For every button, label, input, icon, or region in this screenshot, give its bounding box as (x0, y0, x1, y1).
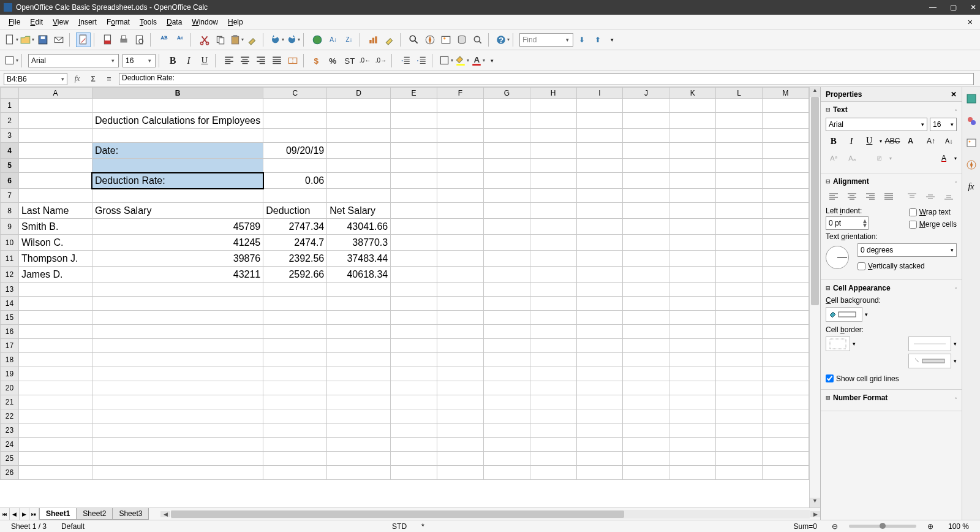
close-button[interactable]: ✕ (970, 3, 976, 12)
column-header-F[interactable]: F (437, 88, 484, 99)
cell-I21[interactable] (576, 395, 623, 409)
cell-E5[interactable] (391, 159, 437, 173)
row-header-12[interactable]: 12 (1, 267, 19, 283)
menu-file[interactable]: File (4, 15, 25, 29)
minimize-button[interactable]: — (929, 3, 937, 12)
cell-I25[interactable] (576, 452, 623, 466)
row-header-5[interactable]: 5 (1, 159, 19, 173)
row-header-9[interactable]: 9 (1, 219, 19, 235)
cell-F10[interactable] (437, 235, 484, 251)
cell-K20[interactable] (669, 381, 716, 395)
cell-C23[interactable] (263, 424, 327, 438)
cell-G22[interactable] (483, 409, 530, 424)
cell-J12[interactable] (623, 267, 669, 283)
cell-A18[interactable] (18, 353, 92, 367)
cell-D4[interactable] (327, 143, 391, 159)
indent-input[interactable]: 0 pt ▴▾ (826, 216, 869, 230)
cell-E7[interactable] (391, 189, 437, 203)
cell-J14[interactable] (623, 297, 669, 311)
cell-B23[interactable] (92, 424, 263, 438)
insert-chart-button[interactable] (366, 32, 381, 47)
cell-E23[interactable] (391, 424, 437, 438)
cell-G17[interactable] (483, 339, 530, 353)
find-input[interactable]: Find ▾ (519, 33, 573, 47)
row-header-18[interactable]: 18 (1, 353, 19, 367)
email-button[interactable] (51, 32, 66, 47)
cell-E18[interactable] (391, 353, 437, 367)
cell-D5[interactable] (327, 159, 391, 173)
cell-B2[interactable]: Deduction Calculations for Employees (92, 113, 263, 129)
cell-L25[interactable] (716, 452, 763, 466)
cell-L4[interactable] (716, 143, 763, 159)
cell-L3[interactable] (716, 129, 763, 143)
cell-E14[interactable] (391, 297, 437, 311)
cell-L15[interactable] (716, 311, 763, 325)
save-button[interactable] (36, 32, 50, 47)
cell-D14[interactable] (327, 297, 391, 311)
cell-I23[interactable] (576, 424, 623, 438)
cell-J8[interactable] (623, 203, 669, 219)
cell-L11[interactable] (716, 251, 763, 267)
cell-K8[interactable] (669, 203, 716, 219)
cell-A26[interactable] (18, 466, 92, 480)
spreadsheet-grid[interactable]: ABCDEFGHIJKLM12Deduction Calculations fo… (0, 87, 809, 507)
cell-C16[interactable] (263, 325, 327, 339)
find-next-button[interactable]: ⬇ (575, 32, 589, 47)
cell-K23[interactable] (669, 424, 716, 438)
cell-F7[interactable] (437, 189, 484, 203)
cell-M5[interactable] (763, 159, 809, 173)
cell-J2[interactable] (623, 113, 669, 129)
cell-G15[interactable] (483, 311, 530, 325)
prop-valign-top[interactable] (904, 189, 920, 204)
cell-D9[interactable]: 43041.66 (327, 219, 391, 235)
cell-E15[interactable] (391, 311, 437, 325)
cell-L21[interactable] (716, 395, 763, 409)
cell-F6[interactable] (437, 173, 484, 189)
cell-L2[interactable] (716, 113, 763, 129)
cell-F15[interactable] (437, 311, 484, 325)
font-name-combo[interactable]: Arial ▾ (28, 54, 119, 67)
cell-G6[interactable] (483, 173, 530, 189)
cell-C3[interactable] (263, 129, 327, 143)
cell-F12[interactable] (437, 267, 484, 283)
borders-button[interactable] (439, 53, 453, 68)
sidebar-navigator-icon[interactable] (965, 158, 978, 172)
sidebar-styles-icon[interactable] (965, 114, 978, 127)
row-header-17[interactable]: 17 (1, 339, 19, 353)
cell-A23[interactable] (18, 424, 92, 438)
new-doc-button[interactable] (4, 32, 18, 47)
zoom-slider[interactable] (849, 525, 916, 528)
cell-C5[interactable] (263, 159, 327, 173)
name-box[interactable]: B4:B6 ▾ (4, 73, 67, 85)
cell-G11[interactable] (483, 251, 530, 267)
cell-A5[interactable] (18, 159, 92, 173)
sidebar-functions-icon[interactable]: fx (965, 180, 978, 194)
sort-asc-button[interactable]: A↓ (326, 32, 341, 47)
cell-E6[interactable] (391, 173, 437, 189)
cell-K16[interactable] (669, 325, 716, 339)
underline-button[interactable]: U (197, 53, 212, 68)
scroll-down-button[interactable]: ▼ (810, 498, 820, 507)
row-header-2[interactable]: 2 (1, 113, 19, 129)
menu-help[interactable]: Help (223, 15, 248, 29)
cell-M7[interactable] (763, 189, 809, 203)
cell-G7[interactable] (483, 189, 530, 203)
cell-D11[interactable]: 37483.44 (327, 251, 391, 267)
cell-A8[interactable]: Last Name (18, 203, 92, 219)
cell-J23[interactable] (623, 424, 669, 438)
cell-M19[interactable] (763, 367, 809, 381)
italic-button[interactable]: I (181, 53, 196, 68)
cell-H10[interactable] (530, 235, 576, 251)
cell-K17[interactable] (669, 339, 716, 353)
cell-I8[interactable] (576, 203, 623, 219)
percent-button[interactable]: % (326, 53, 341, 68)
cell-I26[interactable] (576, 466, 623, 480)
cell-B4[interactable]: Date: (92, 143, 263, 159)
cell-M24[interactable] (763, 438, 809, 452)
cell-K3[interactable] (669, 129, 716, 143)
cell-E11[interactable] (391, 251, 437, 267)
cell-G8[interactable] (483, 203, 530, 219)
cell-I6[interactable] (576, 173, 623, 189)
cell-B13[interactable] (92, 283, 263, 297)
cell-A2[interactable] (18, 113, 92, 129)
